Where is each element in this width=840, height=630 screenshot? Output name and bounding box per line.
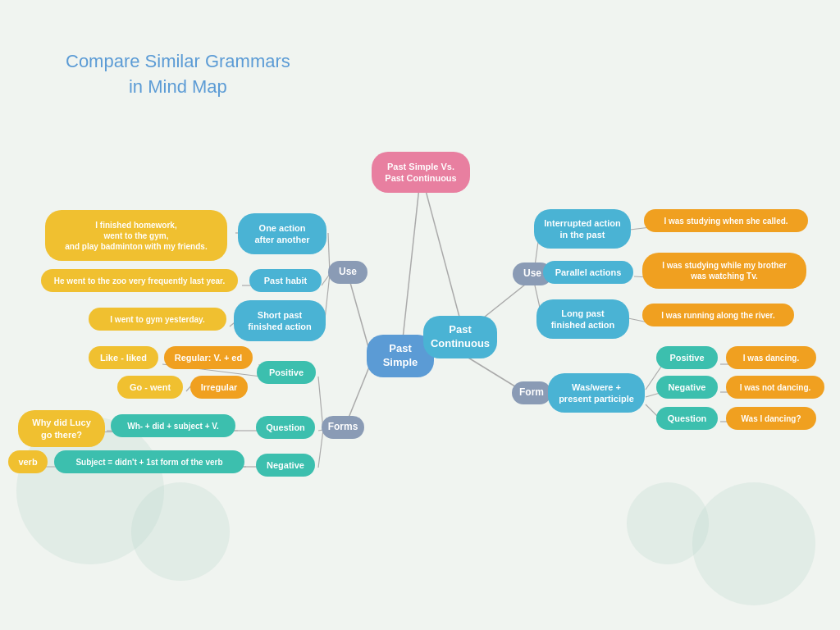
interrupted-action-node: Interrupted actionin the past bbox=[534, 209, 631, 249]
regular-node: Regular: V. + ed bbox=[164, 346, 253, 369]
forms-left-node: Forms bbox=[322, 416, 364, 439]
i-was-dancing-node: I was dancing. bbox=[726, 346, 816, 369]
svg-line-0 bbox=[403, 172, 421, 339]
go-went-node: Go - went bbox=[117, 376, 183, 399]
i-went-gym-node: I went to gym yesterday. bbox=[89, 308, 226, 331]
root-node: Past Simple Vs. Past Continuous bbox=[372, 152, 470, 193]
verb-node: verb bbox=[8, 450, 48, 473]
why-did-node: Why did Lucygo there? bbox=[18, 410, 105, 447]
question-left-node: Question bbox=[256, 416, 315, 439]
form-right-node: Form bbox=[512, 381, 551, 404]
like-liked-node: Like - liked bbox=[89, 346, 158, 369]
page-title: Compare Similar Grammars in Mind Map bbox=[66, 49, 290, 100]
positive-right-node: Positive bbox=[656, 346, 718, 369]
negative-left-node: Negative bbox=[256, 454, 315, 477]
svg-line-8 bbox=[325, 274, 330, 319]
long-past-node: Long pastfinished action bbox=[536, 299, 629, 339]
svg-line-1 bbox=[421, 172, 460, 320]
positive-left-node: Positive bbox=[257, 361, 316, 384]
short-past-node: Short pastfinished action bbox=[234, 300, 326, 341]
was-i-dancing-node: Was I dancing? bbox=[726, 407, 816, 430]
i-was-not-dancing-node: I was not dancing. bbox=[726, 376, 824, 399]
was-were-node: Was/were +present participle bbox=[548, 373, 645, 413]
i-finished-node: I finished homework,went to the gym,and … bbox=[45, 210, 227, 261]
svg-line-2 bbox=[348, 274, 370, 353]
negative-right-node: Negative bbox=[656, 376, 718, 399]
wh-did-node: Wh- + did + subject + V. bbox=[111, 414, 235, 437]
subject-didnt-node: Subject = didn't + 1st form of the verb bbox=[54, 450, 244, 473]
past-continuous-node: PastContinuous bbox=[423, 316, 497, 358]
he-went-node: He went to the zoo very frequently last … bbox=[41, 269, 238, 292]
use-left-node: Use bbox=[328, 261, 368, 284]
was-running-node: I was running along the river. bbox=[642, 304, 794, 326]
question-right-node: Question bbox=[656, 407, 718, 430]
one-action-after-node: One actionafter another bbox=[238, 213, 326, 254]
was-studying-while-node: I was studying while my brotherwas watch… bbox=[642, 253, 806, 289]
parallel-actions-node: Parallel actions bbox=[543, 261, 633, 284]
irregular-node: Irregular bbox=[190, 376, 248, 399]
was-studying-when-node: I was studying when she called. bbox=[644, 209, 808, 232]
past-habit-node: Past habit bbox=[249, 269, 322, 292]
svg-line-15 bbox=[318, 430, 323, 468]
